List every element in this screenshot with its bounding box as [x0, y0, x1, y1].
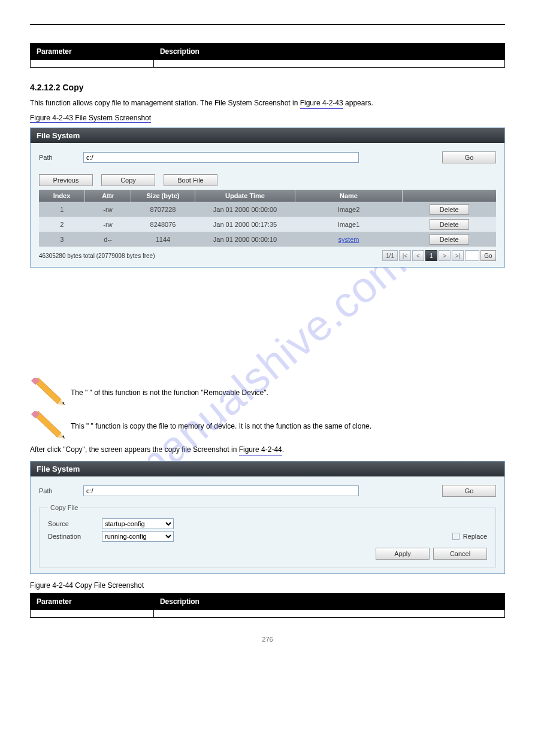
file-grid: Index Attr Size (byte) Update Time Name … — [39, 190, 496, 247]
note-text: The " " of this function is not the func… — [71, 388, 268, 397]
cell-time: Jan 01 2000 00:17:35 — [195, 217, 295, 232]
path-input[interactable] — [83, 485, 359, 496]
cell-param — [31, 609, 154, 617]
col-action — [403, 190, 497, 202]
page-number: 276 — [30, 636, 505, 643]
th-param: Parameter — [31, 44, 154, 60]
pager-input[interactable] — [465, 250, 479, 261]
copy-file-fieldset: Copy File Source startup-config Destinat… — [39, 508, 496, 567]
figure-ref-link[interactable]: Figure 4-2-43 — [300, 98, 343, 109]
top-rule — [30, 24, 505, 25]
pager: 1/1 |< < 1 > >| Go — [382, 250, 496, 261]
col-size: Size (byte) — [131, 190, 195, 202]
path-label: Path — [39, 487, 75, 494]
figure-caption-2: Figure 4-2-44 Copy File Screenshot — [30, 581, 505, 590]
pager-last[interactable]: >| — [452, 250, 464, 261]
pencil-icon — [30, 378, 66, 408]
pager-first[interactable]: |< — [399, 250, 411, 261]
th-desc: Description — [153, 44, 504, 60]
storage-summary: 46305280 bytes total (20779008 bytes fre… — [39, 253, 155, 259]
pager-next[interactable]: > — [439, 250, 451, 261]
pager-prev[interactable]: < — [412, 250, 424, 261]
figure-caption-1: Figure 4-2-43 File System Screenshot — [30, 114, 505, 123]
th-param: Parameter — [31, 593, 154, 609]
cell-attr: -rw — [85, 217, 131, 232]
figure-ref-link[interactable]: Figure 4-2-44 — [239, 445, 282, 456]
delete-button[interactable]: Delete — [430, 204, 469, 215]
cell-desc — [153, 60, 504, 68]
text: appears. — [343, 99, 373, 107]
copy-click-intro: After click "Copy", the screen appears t… — [30, 445, 505, 456]
text: Figure 4-2-44 Copy File Screenshot — [30, 581, 144, 590]
cell-attr: d-- — [85, 232, 131, 247]
note-text: This " " function is copy the file to me… — [71, 422, 371, 430]
table-row: 3 d-- 1144 Jan 01 2000 00:00:10 system D… — [39, 232, 496, 247]
cancel-button[interactable]: Cancel — [433, 548, 487, 560]
cell-name[interactable]: Image2 — [295, 202, 403, 217]
boot-file-button[interactable]: Boot File — [164, 174, 217, 186]
destination-label: Destination — [48, 533, 96, 540]
previous-button[interactable]: Previous — [39, 174, 93, 186]
source-label: Source — [48, 520, 96, 527]
table-row: 2 -rw 8248076 Jan 01 2000 00:17:35 Image… — [39, 217, 496, 232]
replace-checkbox[interactable] — [452, 533, 460, 540]
text: This function allows copy file to manage… — [30, 99, 300, 107]
file-system-panel-2: File System Path Go Copy File Source sta… — [30, 461, 505, 574]
cell-index: 1 — [39, 202, 85, 217]
cell-time: Jan 01 2000 00:00:00 — [195, 202, 295, 217]
figure-label: Figure 4-2-43 File System Screenshot — [30, 114, 151, 123]
cell-index: 2 — [39, 217, 85, 232]
replace-label: Replace — [463, 533, 487, 540]
folder-link[interactable]: system — [338, 236, 359, 243]
path-label: Path — [39, 154, 75, 161]
go-button[interactable]: Go — [442, 485, 496, 497]
cell-attr: -rw — [85, 202, 131, 217]
delete-button[interactable]: Delete — [430, 219, 469, 230]
text: . — [282, 445, 284, 454]
pencil-icon — [30, 411, 66, 441]
destination-select[interactable]: running-config — [102, 531, 174, 542]
section-heading-copy: 4.2.12.2 Copy — [30, 83, 505, 92]
path-input[interactable] — [83, 152, 359, 163]
file-system-panel-1: File System Path Go Previous Copy Boot F… — [30, 127, 505, 268]
source-select[interactable]: startup-config — [102, 518, 174, 529]
cell-time: Jan 01 2000 00:00:10 — [195, 232, 295, 247]
cell-param — [31, 60, 154, 68]
col-attr: Attr — [85, 190, 131, 202]
cell-size: 8707228 — [131, 202, 195, 217]
note-2: This " " function is copy the file to me… — [30, 411, 505, 441]
pager-info: 1/1 — [382, 250, 398, 261]
col-name: Name — [295, 190, 403, 202]
cell-desc — [153, 609, 504, 617]
fieldset-legend: Copy File — [48, 504, 80, 511]
col-time: Update Time — [195, 190, 295, 202]
pager-current[interactable]: 1 — [425, 250, 437, 261]
apply-button[interactable]: Apply — [376, 548, 430, 560]
section-intro: This function allows copy file to manage… — [30, 98, 505, 109]
copy-button[interactable]: Copy — [101, 174, 155, 186]
param-table-top: Parameter Description — [30, 43, 505, 68]
go-button[interactable]: Go — [442, 151, 496, 163]
col-index: Index — [39, 190, 85, 202]
toolbar: Previous Copy Boot File — [39, 174, 496, 186]
pager-go-button[interactable]: Go — [480, 250, 496, 261]
panel-title: File System — [31, 462, 504, 476]
cell-name[interactable]: Image1 — [295, 217, 403, 232]
table-row — [31, 60, 505, 68]
table-row — [31, 609, 505, 617]
table-row: 1 -rw 8707228 Jan 01 2000 00:00:00 Image… — [39, 202, 496, 217]
delete-button[interactable]: Delete — [430, 234, 469, 245]
note-1: The " " of this function is not the func… — [30, 378, 505, 408]
cell-size: 1144 — [131, 232, 195, 247]
param-table-bottom: Parameter Description — [30, 593, 505, 618]
th-desc: Description — [153, 593, 504, 609]
cell-size: 8248076 — [131, 217, 195, 232]
text: After click "Copy", the screen appears t… — [30, 445, 239, 454]
cell-index: 3 — [39, 232, 85, 247]
panel-title: File System — [31, 128, 504, 143]
